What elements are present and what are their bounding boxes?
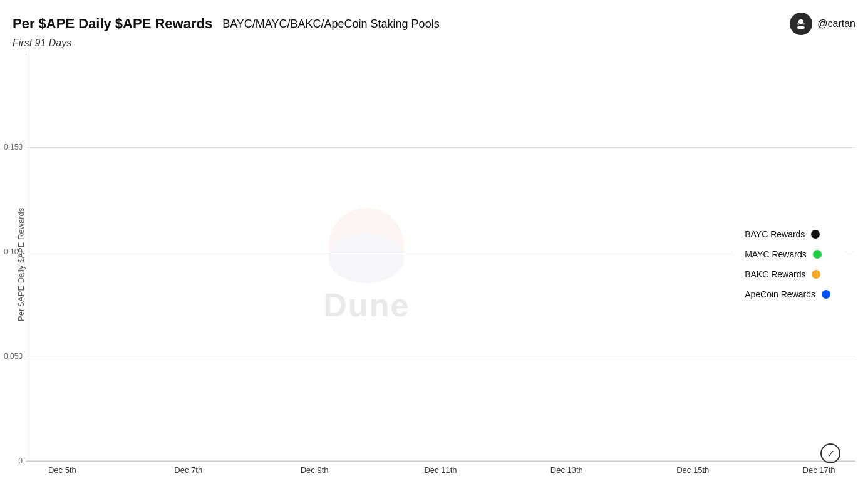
- legend-label: ApeCoin Rewards: [745, 289, 815, 299]
- chart-inner: 0.1500.1000.0500 Dec 5thDec 7thDec 9thDe…: [26, 54, 855, 475]
- x-axis: Dec 5thDec 7thDec 9thDec 11thDec 13thDec…: [26, 462, 855, 475]
- y-tick-label: 0.050: [4, 352, 26, 361]
- x-label: Dec 7th: [158, 465, 219, 475]
- legend-item: BAKC Rewards: [745, 269, 830, 279]
- legend-dot: [822, 290, 830, 299]
- x-label: [95, 465, 156, 475]
- legend-item: BAYC Rewards: [745, 229, 830, 239]
- svg-point-2: [797, 23, 800, 25]
- legend-label: BAYC Rewards: [745, 229, 805, 239]
- legend-label: BAKC Rewards: [745, 269, 805, 279]
- y-tick-label: 0: [18, 457, 26, 465]
- user-badge: @cartan: [790, 13, 855, 35]
- y-tick-label: 0.100: [4, 247, 26, 256]
- x-label: Dec 15th: [663, 465, 723, 475]
- x-label: Dec 17th: [788, 465, 849, 475]
- subtitle-line: First 91 Days: [13, 38, 855, 49]
- avatar: [790, 13, 812, 35]
- x-label: [726, 465, 787, 475]
- checkmark-badge: ✓: [820, 443, 840, 463]
- legend: BAYC RewardsMAYC RewardsBAKC RewardsApeC…: [732, 219, 843, 309]
- legend-dot: [811, 230, 820, 239]
- header: Per $APE Daily $APE Rewards BAYC/MAYC/BA…: [13, 13, 855, 35]
- x-label: Dec 11th: [410, 465, 471, 475]
- chart-plot: 0.1500.1000.0500: [26, 54, 855, 462]
- x-label: [599, 465, 660, 475]
- bars-container: [26, 54, 855, 461]
- legend-dot: [813, 250, 822, 259]
- x-label: [347, 465, 408, 475]
- x-label: [473, 465, 534, 475]
- x-label: Dec 9th: [284, 465, 345, 475]
- legend-item: MAYC Rewards: [745, 249, 830, 259]
- legend-label: MAYC Rewards: [745, 249, 807, 259]
- page-container: Per $APE Daily $APE Rewards BAYC/MAYC/BA…: [0, 0, 868, 481]
- chart-area: Per $APE Daily $APE Rewards 0.1500.1000.…: [13, 54, 855, 475]
- username: @cartan: [817, 18, 855, 29]
- svg-point-3: [802, 23, 805, 25]
- x-label: Dec 13th: [537, 465, 597, 475]
- sub-title: BAYC/MAYC/BAKC/ApeCoin Staking Pools: [222, 18, 439, 31]
- header-left: Per $APE Daily $APE Rewards BAYC/MAYC/BA…: [13, 16, 440, 32]
- main-title: Per $APE Daily $APE Rewards: [13, 16, 212, 32]
- y-axis-label: Per $APE Daily $APE Rewards: [13, 54, 26, 475]
- y-tick-label: 0.150: [4, 143, 26, 152]
- legend-dot: [812, 270, 820, 279]
- svg-point-1: [797, 26, 805, 29]
- x-label: [221, 465, 282, 475]
- legend-item: ApeCoin Rewards: [745, 289, 830, 299]
- x-label: Dec 5th: [32, 465, 93, 475]
